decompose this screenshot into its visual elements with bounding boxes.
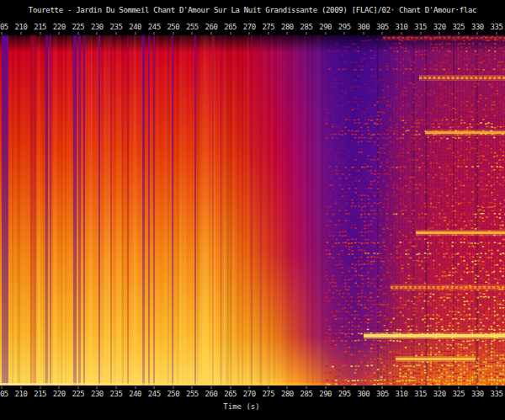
time-axis-label: Time (s) bbox=[0, 402, 483, 411]
axis-tick-label: 270 bbox=[243, 23, 256, 31]
axis-tick-label: 210 bbox=[15, 23, 28, 31]
axis-tickmark bbox=[306, 386, 307, 389]
axis-tick-label: 305 bbox=[376, 23, 389, 31]
axis-tick-label: 295 bbox=[338, 390, 351, 398]
axis-tick-label: 215 bbox=[34, 23, 46, 31]
axis-tick-label: 300 bbox=[357, 390, 369, 398]
axis-tickmark bbox=[268, 386, 268, 389]
axis-tick-label: 290 bbox=[319, 390, 332, 398]
axis-tick-label: 245 bbox=[148, 390, 161, 398]
axis-tick-label: 305 bbox=[376, 390, 389, 398]
axis-tick-label: 325 bbox=[452, 23, 465, 31]
axis-tickmark bbox=[439, 386, 440, 389]
axis-tick-label: 275 bbox=[262, 23, 274, 31]
axis-tick-label: 230 bbox=[91, 390, 104, 398]
axis-tick-label: 330 bbox=[471, 23, 484, 31]
axis-tick-label: 285 bbox=[300, 23, 313, 31]
axis-tick-label: 320 bbox=[433, 23, 446, 31]
axis-tickmark bbox=[477, 386, 478, 389]
axis-tickmark bbox=[154, 386, 155, 389]
axis-tick-label: 320 bbox=[433, 390, 446, 398]
axis-tick-label: 295 bbox=[338, 23, 351, 31]
axis-tickmark bbox=[382, 386, 383, 389]
axis-tick-label: 285 bbox=[300, 390, 313, 398]
axis-tick-label: 255 bbox=[186, 23, 199, 31]
spectrogram-window: Tourette - Jardin Du Sommeil Chant D'Amo… bbox=[0, 0, 505, 420]
axis-tickmark bbox=[497, 386, 497, 389]
axis-tickmark bbox=[287, 386, 288, 389]
axis-tick-label: 240 bbox=[129, 23, 141, 31]
axis-tick-label: 280 bbox=[281, 23, 294, 31]
axis-tickmark bbox=[249, 386, 250, 389]
axis-tickmark bbox=[401, 386, 402, 389]
axis-tick-label: 330 bbox=[471, 390, 484, 398]
axis-tick-label: 270 bbox=[243, 390, 256, 398]
axis-tick-label: 315 bbox=[414, 23, 427, 31]
axis-tickmark bbox=[40, 386, 40, 389]
axis-tick-label: 225 bbox=[72, 23, 84, 31]
axis-tick-label: 290 bbox=[319, 23, 332, 31]
axis-tickmark bbox=[192, 386, 193, 389]
axis-tick-label: 235 bbox=[110, 23, 123, 31]
axis-tick-label: 235 bbox=[110, 390, 123, 398]
axis-tick-label: 260 bbox=[205, 390, 218, 398]
axis-tickmark bbox=[363, 386, 364, 389]
axis-tick-label: 315 bbox=[414, 390, 427, 398]
axis-tick-label: 220 bbox=[53, 390, 66, 398]
axis-tickmark bbox=[211, 386, 212, 389]
axis-tick-label: 250 bbox=[167, 23, 179, 31]
axis-tickmark bbox=[116, 386, 117, 389]
axis-tickmark bbox=[325, 386, 326, 389]
axis-tickmark bbox=[230, 386, 231, 389]
axis-tick-label: 275 bbox=[262, 390, 274, 398]
axis-tick-label: 260 bbox=[205, 23, 218, 31]
spectrogram-heatmap bbox=[0, 35, 505, 385]
axis-tick-label: 265 bbox=[224, 390, 237, 398]
axis-tick-label: 225 bbox=[72, 390, 84, 398]
axis-tick-label: 310 bbox=[396, 23, 408, 31]
axis-tick-label: 210 bbox=[15, 390, 28, 398]
axis-tickmark bbox=[21, 386, 22, 389]
axis-tick-label: 250 bbox=[167, 390, 179, 398]
axis-tick-label: 300 bbox=[357, 23, 369, 31]
axis-tickmark bbox=[420, 386, 421, 389]
axis-tick-label: 325 bbox=[452, 390, 465, 398]
axis-tickmark bbox=[97, 386, 98, 389]
axis-tick-label: 265 bbox=[224, 23, 237, 31]
axis-tickmark bbox=[344, 386, 345, 389]
axis-tick-label: 215 bbox=[34, 390, 46, 398]
axis-tickmark bbox=[77, 386, 78, 389]
axis-tickmark bbox=[59, 386, 60, 389]
axis-tick-label: 230 bbox=[91, 23, 104, 31]
axis-tick-label: 255 bbox=[186, 390, 199, 398]
axis-tick-label: 310 bbox=[396, 390, 408, 398]
axis-tickmark bbox=[173, 386, 173, 389]
axis-tickmark bbox=[458, 386, 459, 389]
axis-tickmark bbox=[2, 386, 3, 389]
axis-tick-label: 245 bbox=[148, 23, 161, 31]
page-title: Tourette - Jardin Du Sommeil Chant D'Amo… bbox=[0, 6, 505, 14]
axis-tick-label: 205 bbox=[0, 390, 8, 398]
axis-tick-label: 280 bbox=[281, 390, 294, 398]
axis-tick-label: 335 bbox=[491, 23, 503, 31]
axis-tick-label: 205 bbox=[0, 23, 8, 31]
axis-tick-label: 240 bbox=[129, 390, 141, 398]
time-axis-top: 2052102152202252302352402452502552602652… bbox=[0, 23, 505, 32]
axis-tick-label: 220 bbox=[53, 23, 66, 31]
time-axis-bottom-tickmarks bbox=[0, 386, 505, 389]
time-axis-bottom: 2052102152202252302352402452502552602652… bbox=[0, 390, 505, 399]
axis-tickmark bbox=[135, 386, 136, 389]
axis-tick-label: 335 bbox=[491, 390, 503, 398]
